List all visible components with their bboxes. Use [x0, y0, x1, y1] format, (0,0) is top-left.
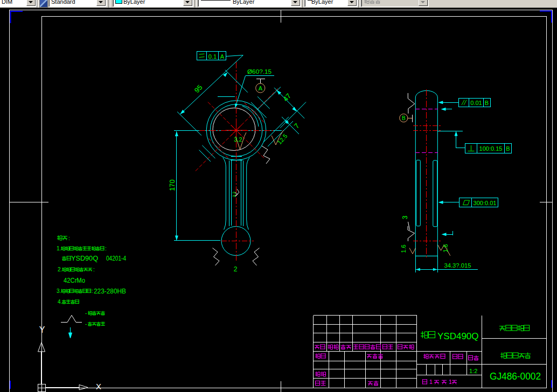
svg-text:Ø60?.15: Ø60?.15 — [247, 68, 271, 75]
svg-text:A: A — [220, 53, 225, 60]
svg-text:GJ486-0002: GJ486-0002 — [490, 371, 541, 382]
svg-text:4.: 4. — [58, 299, 62, 305]
svg-text::: : — [92, 288, 93, 294]
svg-text:34.3?.015: 34.3?.015 — [444, 262, 471, 269]
svg-text:300:0.01: 300:0.01 — [474, 200, 497, 206]
svg-text:47: 47 — [281, 92, 293, 103]
svg-text:1: 1 — [449, 379, 452, 385]
svg-text:95: 95 — [193, 83, 204, 95]
svg-text:170: 170 — [168, 179, 176, 191]
svg-text:42CrMo: 42CrMo — [64, 276, 85, 284]
svg-text:100:0.15: 100:0.15 — [479, 145, 503, 152]
svg-text::: : — [105, 246, 107, 251]
svg-text:0.1: 0.1 — [208, 53, 217, 60]
svg-text:1.: 1. — [57, 246, 61, 251]
svg-text:1.6: 1.6 — [442, 244, 449, 252]
svg-text:2.: 2. — [58, 267, 62, 272]
svg-text:YSD490Q: YSD490Q — [437, 331, 479, 341]
svg-text:1.6: 1.6 — [400, 244, 407, 253]
svg-text:-: - — [85, 310, 87, 316]
svg-text:B: B — [506, 145, 510, 152]
svg-text:1: 1 — [429, 379, 433, 385]
svg-text::: : — [68, 235, 70, 241]
svg-text::: : — [93, 267, 95, 272]
svg-text:0.01: 0.01 — [470, 100, 482, 106]
svg-text:3: 3 — [401, 215, 409, 219]
svg-text:-: - — [85, 321, 87, 327]
svg-text:1:2: 1:2 — [469, 368, 477, 374]
svg-text:X: X — [96, 382, 101, 391]
svg-text:Y: Y — [39, 325, 45, 334]
svg-text:04201-4: 04201-4 — [106, 255, 126, 262]
svg-text:2: 2 — [234, 265, 238, 273]
svg-text:3.2: 3.2 — [232, 192, 236, 197]
svg-text:A: A — [259, 85, 263, 92]
svg-text:B: B — [485, 100, 489, 106]
svg-text:3.: 3. — [57, 288, 61, 294]
svg-text:YSD90Q: YSD90Q — [71, 254, 98, 262]
svg-text:B: B — [402, 115, 406, 121]
svg-text:12.5: 12.5 — [276, 132, 288, 145]
svg-text:223-280HB: 223-280HB — [94, 288, 126, 295]
svg-text:3.2: 3.2 — [234, 136, 242, 143]
